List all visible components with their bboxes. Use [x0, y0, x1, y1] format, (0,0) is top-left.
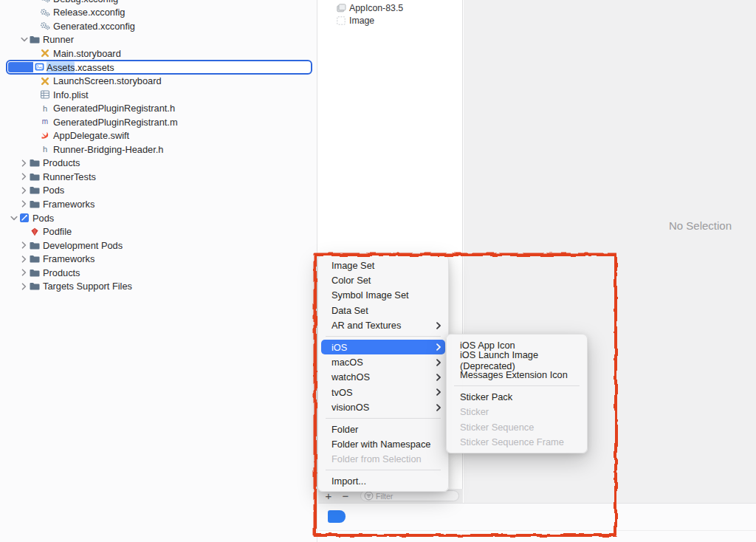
menu-item-watchos[interactable]: watchOS: [321, 370, 445, 385]
menu-item-ar-and-textures[interactable]: AR and Textures: [321, 318, 445, 333]
submenu-chevron-icon: [436, 359, 441, 366]
asset-row-image[interactable]: Image: [318, 15, 462, 28]
file-label: LaunchScreen.storyboard: [53, 75, 162, 86]
menu-item-folder[interactable]: Folder: [321, 422, 445, 436]
menu-item-tvos[interactable]: tvOS: [321, 385, 445, 399]
file-row-appdelegate-swift[interactable]: AppDelegate.swift: [0, 128, 316, 143]
asset-label: AppIcon-83.5: [349, 3, 403, 13]
file-label: Generated.xcconfig: [53, 21, 135, 32]
menu-item-label: Sticker Sequence Frame: [460, 436, 564, 447]
file-row-generated-xcconfig[interactable]: Generated.xcconfig: [0, 19, 316, 33]
file-row-products[interactable]: Products: [0, 157, 316, 171]
menu-item-label: Folder: [331, 424, 358, 435]
file-row-podfile[interactable]: Podfile: [0, 224, 316, 239]
file-row-pods[interactable]: Pods: [0, 184, 316, 198]
swift-icon: [39, 131, 50, 140]
menu-separator: [326, 418, 441, 419]
file-row-pods[interactable]: Pods: [0, 211, 316, 225]
file-row-products[interactable]: Products: [0, 266, 316, 280]
asset-row-appicon-83-5[interactable]: AppIcon-83.5: [318, 1, 462, 15]
menu-item-ios-launch-image-deprecated[interactable]: iOS Launch Image (Deprecated): [450, 352, 584, 367]
menu-item-symbol-image-set[interactable]: Symbol Image Set: [321, 288, 445, 303]
file-row-frameworks[interactable]: Frameworks: [0, 197, 316, 211]
menu-item-sticker-pack[interactable]: Sticker Pack: [450, 389, 584, 404]
file-row-info-plist[interactable]: Info.plist: [0, 88, 316, 102]
menu-item-label: visionOS: [331, 402, 369, 413]
impl-file-icon: m: [39, 117, 50, 126]
xcconfig-gears-icon: [39, 8, 50, 17]
disclosure-expanded-icon[interactable]: [19, 37, 29, 42]
disclosure-collapsed-icon[interactable]: [19, 283, 29, 290]
file-label: Products: [43, 267, 80, 278]
file-label: GeneratedPluginRegistrant.h: [53, 103, 175, 114]
disclosure-collapsed-icon[interactable]: [19, 159, 29, 167]
storyboard-icon: [39, 77, 50, 86]
xcconfig-gears-icon: [39, 0, 50, 3]
menu-item-folder-with-namespace[interactable]: Folder with Namespace: [321, 436, 445, 451]
folder-icon: [29, 255, 40, 264]
file-row-main-storyboard[interactable]: Main.storyboard: [0, 47, 316, 61]
submenu-chevron-icon: [436, 388, 441, 396]
menu-item-image-set[interactable]: Image Set: [321, 258, 445, 272]
filter-input[interactable]: [376, 492, 450, 501]
file-row-generatedpluginregistrant-m[interactable]: mGeneratedPluginRegistrant.m: [0, 115, 316, 129]
disclosure-collapsed-icon[interactable]: [19, 173, 29, 180]
menu-item-label: Folder from Selection: [331, 453, 422, 464]
submenu-chevron-icon: [436, 322, 441, 329]
xcconfig-gears-icon: [39, 21, 50, 30]
menu-item-ios[interactable]: iOS: [321, 340, 445, 354]
asset-label: Image: [349, 16, 374, 26]
rename-field[interactable]: Assets.xcassets: [47, 62, 114, 73]
file-row-debug-xcconfig[interactable]: Debug.xcconfig: [0, 0, 316, 6]
filter-field[interactable]: [360, 490, 459, 501]
file-tree: Debug.xcconfigRelease.xcconfigGenerated.…: [0, 0, 316, 293]
folder-icon: [29, 268, 40, 277]
menu-item-label: watchOS: [331, 371, 370, 383]
menu-item-macos[interactable]: macOS: [321, 354, 445, 369]
menu-item-label: Image Set: [331, 260, 374, 271]
disclosure-collapsed-icon[interactable]: [19, 200, 29, 207]
file-row-runner-bridging-header-h[interactable]: hRunner-Bridging-Header.h: [0, 143, 316, 157]
menu-item-import[interactable]: Import...: [321, 473, 445, 488]
file-row-targets-support-files[interactable]: Targets Support Files: [0, 279, 316, 293]
menu-item-label: AR and Textures: [331, 320, 401, 331]
file-row-assets-xcassets[interactable]: Assets.xcassets: [0, 61, 316, 75]
file-label: Targets Support Files: [43, 281, 132, 292]
file-label: RunnerTests: [43, 171, 96, 182]
svg-text:h: h: [42, 104, 47, 113]
menu-item-label: tvOS: [331, 387, 352, 398]
menu-item-label: Symbol Image Set: [331, 289, 409, 301]
file-row-frameworks[interactable]: Frameworks: [0, 252, 316, 266]
disclosure-collapsed-icon[interactable]: [19, 269, 29, 276]
disclosure-collapsed-icon[interactable]: [19, 241, 29, 249]
file-row-runnertests[interactable]: RunnerTests: [0, 170, 316, 184]
asset-list: AppIcon-83.5Image: [318, 1, 462, 27]
file-label: Main.storyboard: [53, 48, 121, 59]
disclosure-collapsed-icon[interactable]: [19, 255, 29, 263]
disclosure-collapsed-icon[interactable]: [19, 187, 29, 194]
disclosure-expanded-icon[interactable]: [9, 216, 18, 221]
file-label: GeneratedPluginRegistrant.m: [53, 117, 178, 128]
file-row-generatedpluginregistrant-h[interactable]: hGeneratedPluginRegistrant.h: [0, 101, 316, 115]
file-row-development-pods[interactable]: Development Pods: [0, 239, 316, 253]
file-row-launchscreen-storyboard[interactable]: LaunchScreen.storyboard: [0, 74, 316, 88]
file-label: Pods: [32, 213, 54, 224]
menu-item-data-set[interactable]: Data Set: [321, 303, 445, 318]
file-navigator: Debug.xcconfigRelease.xcconfigGenerated.…: [0, 0, 317, 542]
menu-item-folder-from-selection: Folder from Selection: [321, 452, 445, 467]
svg-text:m: m: [41, 118, 47, 126]
file-row-runner[interactable]: Runner: [0, 33, 316, 47]
folder-icon: [29, 35, 40, 44]
menu-item-label: Sticker: [460, 406, 489, 417]
file-label: Podfile: [43, 226, 72, 237]
file-label: Runner: [43, 34, 74, 45]
menu-item-label: Folder with Namespace: [331, 439, 430, 450]
bottom-band: [318, 503, 756, 542]
menu-separator: [454, 385, 580, 386]
menu-item-messages-extension-icon[interactable]: Messages Extension Icon: [450, 368, 584, 383]
menu-item-label: Color Set: [331, 275, 371, 286]
file-row-release-xcconfig[interactable]: Release.xcconfig: [0, 6, 316, 20]
menu-item-color-set[interactable]: Color Set: [321, 272, 445, 287]
menu-item-visionos[interactable]: visionOS: [321, 400, 445, 415]
file-label: Release.xcconfig: [53, 7, 125, 18]
